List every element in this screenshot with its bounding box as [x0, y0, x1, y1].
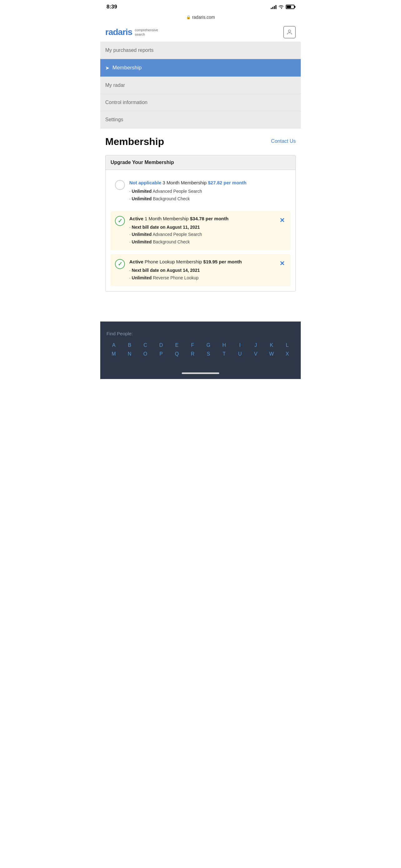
logo-subtitle: comprehensivesearch [135, 28, 158, 37]
alpha-link-v[interactable]: V [248, 351, 263, 357]
logo-text[interactable]: radaris [105, 27, 132, 37]
alphabet-grid: ABCDEFGHIJKLMNOPQRSTUVWX [106, 342, 295, 357]
find-people-label: Find People: [106, 331, 295, 336]
nav-item-settings[interactable]: Settings [100, 111, 301, 128]
membership-info-3: Active Phone Lookup Membership $19.95 pe… [129, 258, 274, 282]
home-bar [182, 372, 219, 374]
nav-item-purchased-reports[interactable]: My purchased reports [100, 42, 301, 59]
membership-title-1: Not applicable 3 Month Membership $27.82… [129, 179, 286, 186]
url-text: radaris.com [192, 15, 215, 20]
alpha-link-q[interactable]: Q [170, 351, 184, 357]
alpha-link-a[interactable]: A [106, 342, 121, 348]
membership-option-1[interactable]: Not applicable 3 Month Membership $27.82… [110, 175, 291, 207]
profile-icon [286, 29, 293, 36]
alpha-link-k[interactable]: K [264, 342, 279, 348]
nav-item-my-radar[interactable]: My radar [100, 77, 301, 94]
membership-details-2: · Next bill date on August 11, 2021 · Un… [129, 224, 274, 246]
alpha-link-b[interactable]: B [123, 342, 137, 348]
check-circle-1 [115, 180, 125, 190]
checkmark-2: ✓ [118, 217, 123, 224]
alpha-link-m[interactable]: M [106, 351, 121, 357]
membership-details-1: · Unlimited Advanced People Search · Unl… [129, 188, 286, 203]
status-time: 8:39 [106, 4, 117, 10]
site-header: radaris comprehensivesearch [100, 23, 301, 42]
upgrade-card: Upgrade Your Membership Not applicable 3… [105, 155, 296, 291]
membership-title-2: Active 1 Month Membership $34.78 per mon… [129, 215, 274, 222]
alpha-link-w[interactable]: W [264, 351, 279, 357]
page-title: Membership [105, 136, 164, 148]
cancel-option2-button[interactable]: ✕ [278, 215, 286, 225]
nav-item-control-information[interactable]: Control information [100, 94, 301, 111]
alpha-link-p[interactable]: P [154, 351, 169, 357]
checkmark-3: ✓ [118, 260, 123, 268]
status-icons [271, 5, 295, 9]
alpha-link-s[interactable]: S [201, 351, 216, 357]
battery-icon [286, 5, 295, 9]
upgrade-card-body: Not applicable 3 Month Membership $27.82… [106, 170, 295, 291]
check-circle-3: ✓ [115, 259, 125, 269]
url-bar: 🔒 radaris.com [100, 12, 301, 23]
nav-arrow-icon: ➤ [105, 65, 109, 71]
membership-title-3: Active Phone Lookup Membership $19.95 pe… [129, 258, 274, 265]
alpha-link-c[interactable]: C [138, 342, 153, 348]
membership-details-3: · Next bill date on August 14, 2021 · Un… [129, 267, 274, 282]
check-circle-2: ✓ [115, 216, 125, 226]
alpha-link-i[interactable]: I [233, 342, 247, 348]
alpha-link-h[interactable]: H [217, 342, 232, 348]
alpha-link-o[interactable]: O [138, 351, 153, 357]
alpha-link-d[interactable]: D [154, 342, 169, 348]
upgrade-card-header: Upgrade Your Membership [106, 155, 295, 170]
lock-icon: 🔒 [186, 15, 191, 19]
alpha-link-x[interactable]: X [280, 351, 295, 357]
footer-section: Find People: ABCDEFGHIJKLMNOPQRSTUVWX [100, 321, 301, 369]
signal-icon [271, 5, 276, 9]
contact-us-link[interactable]: Contact Us [271, 138, 296, 144]
alpha-link-f[interactable]: F [186, 342, 200, 348]
status-bar: 8:39 [100, 0, 301, 12]
option1-price: $27.82 per month [208, 180, 246, 185]
main-content: Membership Contact Us Upgrade Your Membe… [100, 128, 301, 303]
membership-option-3[interactable]: ✓ Active Phone Lookup Membership $19.95 … [110, 254, 291, 286]
membership-info-2: Active 1 Month Membership $34.78 per mon… [129, 215, 274, 246]
active-label-3: Active [129, 259, 143, 264]
not-applicable-label: Not applicable [129, 180, 162, 185]
alpha-link-l[interactable]: L [280, 342, 295, 348]
active-label-2: Active [129, 216, 143, 221]
alpha-link-g[interactable]: G [201, 342, 216, 348]
page-header: Membership Contact Us [105, 136, 296, 148]
alpha-link-e[interactable]: E [170, 342, 184, 348]
alpha-link-u[interactable]: U [233, 351, 247, 357]
alpha-link-r[interactable]: R [186, 351, 200, 357]
cancel-option3-button[interactable]: ✕ [278, 258, 286, 269]
logo-area: radaris comprehensivesearch [105, 27, 158, 37]
alpha-link-t[interactable]: T [217, 351, 232, 357]
wifi-icon [278, 5, 284, 9]
membership-info-1: Not applicable 3 Month Membership $27.82… [129, 179, 286, 203]
alpha-link-j[interactable]: J [248, 342, 263, 348]
profile-icon-button[interactable] [283, 26, 296, 38]
svg-point-0 [288, 30, 291, 32]
membership-option-2[interactable]: ✓ Active 1 Month Membership $34.78 per m… [110, 211, 291, 250]
alpha-link-n[interactable]: N [123, 351, 137, 357]
nav-menu: My purchased reports ➤ Membership My rad… [100, 42, 301, 128]
home-indicator [100, 369, 301, 379]
nav-item-membership[interactable]: ➤ Membership [100, 59, 301, 77]
